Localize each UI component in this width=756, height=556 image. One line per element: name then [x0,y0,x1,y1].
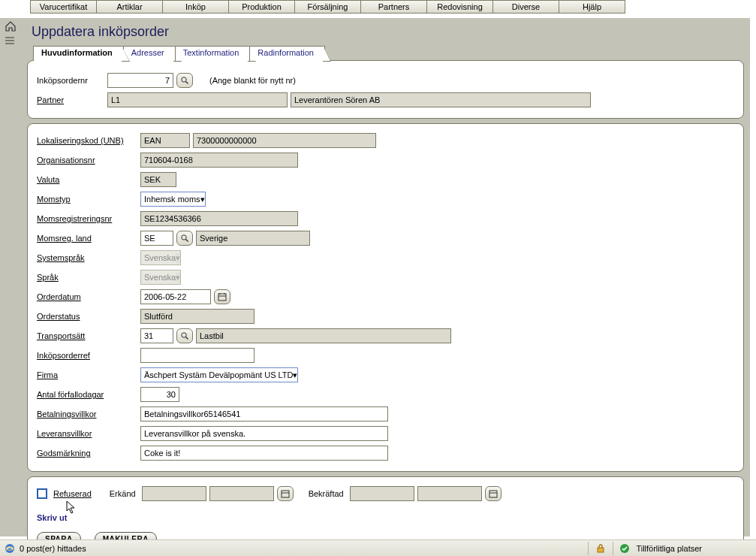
firma-label: Firma [37,370,137,379]
ordernr-search-button[interactable] [176,73,193,88]
inkopref-input[interactable] [140,348,255,363]
sidebar [0,18,21,536]
svg-point-3 [182,77,186,82]
firma-value: Äschpert Systäm Devälpopmänt US LTD [144,370,293,379]
momstyp-label: Momstyp [37,195,137,204]
menubar: Varucertifikat Artiklar Inköp Produktion… [0,0,756,14]
unb-value: 7300000000000 [193,133,376,148]
menu-partners[interactable]: Partners [360,0,427,14]
erkand-date2 [209,486,274,501]
transport-label: Transportsätt [37,331,137,340]
gods-label: Godsmärkning [37,449,137,458]
trust-text: Tillförlitliga platser [636,544,702,553]
svg-rect-7 [218,294,226,301]
menu-varucertifikat[interactable]: Varucertifikat [30,0,97,14]
orderstatus-label: Orderstatus [37,312,137,321]
transport-code-input[interactable] [140,328,173,343]
ordernr-label: Inköpsordernr [37,76,104,85]
erkand-calendar-button[interactable] [277,486,294,501]
partner-name: Leverantören Sören AB [291,92,591,107]
syssprak-select: Svenska ▾ [140,250,181,265]
momsreg-label: Momsregistreringsnr [37,214,137,223]
calendar-icon [281,489,290,498]
momsland-code-input[interactable] [140,231,173,246]
svg-line-12 [186,337,188,340]
svg-rect-13 [282,491,289,497]
panel-header: Inköpsordernr (Ange blankt för nytt nr) … [27,60,744,119]
list-icon[interactable] [5,36,17,47]
menu-hjalp[interactable]: Hjälp [559,0,625,14]
momsland-label: Momsreg. land [37,234,137,243]
chevron-down-icon: ▾ [176,253,180,263]
erkand-label: Erkänd [110,489,139,498]
chevron-down-icon: ▾ [200,195,205,204]
svg-point-17 [5,544,14,553]
bekraftad-date1 [350,486,414,501]
partner-label: Partner [37,95,104,104]
syssprak-label: Systemspråk [37,253,137,262]
home-icon[interactable] [5,21,17,32]
orderdatum-input[interactable] [140,289,211,304]
svg-line-6 [186,240,188,242]
ordernr-input[interactable] [107,73,173,88]
svg-rect-19 [598,548,604,552]
forfallo-input[interactable] [140,387,179,402]
levvillkor-input[interactable] [140,426,388,441]
transport-search-button[interactable] [176,328,193,343]
tab-radinformation[interactable]: Radinformation [249,46,325,61]
svg-point-5 [182,235,186,240]
inkopref-label: Inköpsorderref [37,351,137,360]
refuserad-checkbox[interactable] [37,488,47,499]
bekraftad-calendar-button[interactable] [485,486,501,501]
statusbar: 0 post(er) hittades Tillförlitliga plats… [0,539,756,556]
tab-textinformation[interactable]: Textinformation [175,46,251,61]
tab-huvudinformation[interactable]: Huvudinformation [33,46,124,61]
panel-form: Lokaliseringskod (UNB) EAN 7300000000000… [27,123,744,472]
bekraftad-label: Bekräftad [309,489,347,498]
unb-code: EAN [140,133,190,148]
menu-forsaljning[interactable]: Försäljning [294,0,361,14]
sprak-value: Svenska [144,273,176,282]
skrivut-link[interactable]: Skriv ut [37,513,67,522]
orderdatum-calendar-button[interactable] [214,289,230,304]
orderstatus-value: Slutförd [140,309,255,324]
momsland-search-button[interactable] [176,231,193,246]
menu-diverse[interactable]: Diverse [492,0,559,14]
menu-artiklar[interactable]: Artiklar [96,0,163,14]
transport-name: Lastbil [196,328,451,343]
ordernr-hint: (Ange blankt för nytt nr) [209,76,296,85]
calendar-icon [489,489,498,498]
tab-strip: Huvudinformation Adresser Textinformatio… [33,46,744,61]
search-icon [180,234,189,243]
valuta-value: SEK [140,172,176,187]
search-icon [180,76,189,85]
sprak-select: Svenska ▾ [140,270,181,285]
momsland-name: Sverige [196,231,310,246]
ie-icon [5,543,15,554]
momstyp-value: Inhemsk moms [144,195,200,204]
tab-adresser[interactable]: Adresser [123,46,176,61]
svg-point-11 [182,333,186,337]
menu-inkop[interactable]: Inköp [162,0,229,14]
check-icon [618,543,631,554]
refuserad-label: Refuserad [53,489,95,498]
menu-produktion[interactable]: Produktion [228,0,295,14]
betvillkor-input[interactable] [140,406,388,422]
firma-select[interactable]: Äschpert Systäm Devälpopmänt US LTD ▾ [140,367,298,382]
menu-redovisning[interactable]: Redovisning [426,0,493,14]
search-icon [180,331,189,340]
momstyp-select[interactable]: Inhemsk moms ▾ [140,192,206,207]
levvillkor-label: Leveransvillkor [37,429,137,438]
svg-line-4 [186,82,188,84]
betvillkor-label: Betalningsvillkor [37,409,137,419]
valuta-label: Valuta [37,175,137,184]
momsreg-value: SE1234536366 [140,211,298,226]
orgnr-label: Organisationsnr [37,156,137,165]
bekraftad-date2 [417,486,482,501]
chevron-down-icon: ▾ [176,273,180,283]
gods-input[interactable] [140,446,388,461]
unb-label: Lokaliseringskod (UNB) [37,136,137,145]
orderdatum-label: Orderdatum [37,292,137,301]
partner-code: L1 [107,92,288,107]
forfallo-label: Antal förfallodagar [37,390,137,399]
